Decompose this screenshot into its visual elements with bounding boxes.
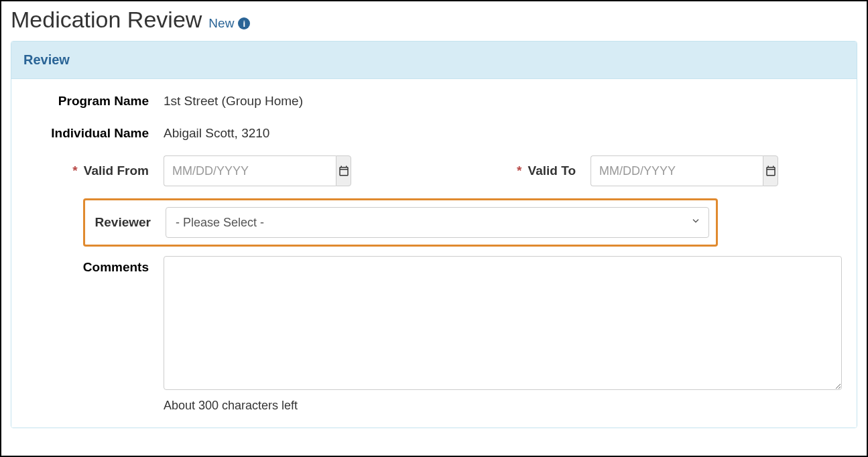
row-program-name: Program Name 1st Street (Group Home) [26,91,842,109]
review-panel: Review Program Name 1st Street (Group Ho… [11,41,857,428]
valid-from-input-group [164,155,351,186]
comments-label: Comments [26,256,164,275]
valid-to-label-text: Valid To [528,164,576,178]
panel-title: Review [11,42,857,79]
program-name-value: 1st Street (Group Home) [164,91,842,109]
valid-to-input[interactable] [591,155,763,186]
reviewer-select[interactable]: - Please Select - [166,207,709,238]
required-asterisk: * [72,164,77,178]
valid-to-input-group [591,155,778,186]
row-valid-dates: * Valid From * Valid To [26,155,842,186]
program-name-label: Program Name [26,91,164,109]
status-label-text: New [208,16,234,31]
valid-to-label: * Valid To [483,164,591,178]
info-icon[interactable]: i [238,17,250,29]
valid-from-label-text: Valid From [84,164,149,178]
calendar-icon [338,165,350,177]
row-individual-name: Individual Name Abigail Scott, 3210 [26,123,842,141]
required-asterisk: * [517,164,521,178]
page-title: Medication Review [11,7,202,33]
status-badge: New i [208,16,250,31]
individual-name-label: Individual Name [26,123,164,141]
panel-body: Program Name 1st Street (Group Home) Ind… [11,79,857,428]
valid-from-input[interactable] [164,155,336,186]
individual-name-value: Abigail Scott, 3210 [164,123,842,141]
page-container: Medication Review New i Review Program N… [0,0,868,457]
valid-from-label: * Valid From [26,164,164,178]
row-comments: Comments About 300 characters left [26,256,842,413]
char-count-note: About 300 characters left [164,399,842,413]
calendar-icon [765,165,777,177]
reviewer-select-wrap: - Please Select - [166,207,709,238]
valid-to-calendar-button[interactable] [763,155,778,186]
reviewer-label: Reviewer [85,215,166,230]
page-title-row: Medication Review New i [11,7,857,33]
valid-from-calendar-button[interactable] [336,155,351,186]
row-reviewer-highlighted: Reviewer - Please Select - [83,198,718,247]
comments-textarea[interactable] [164,256,842,390]
